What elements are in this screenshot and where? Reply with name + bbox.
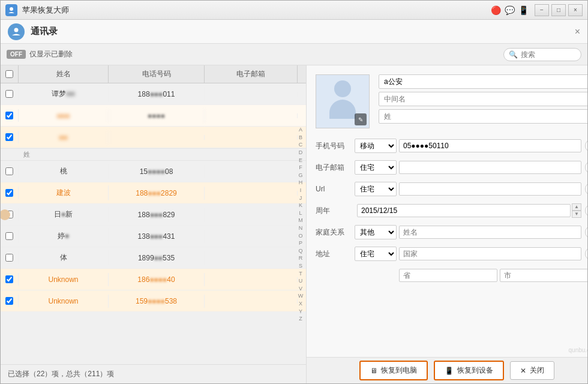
alpha-I[interactable]: I [300,187,302,194]
province-input[interactable] [399,269,497,282]
select-all-checkbox[interactable] [5,70,13,78]
alpha-W[interactable]: W [298,292,304,300]
main-content: 姓名 电话号码 电子邮箱 谭梦●● 188●●●011 ●●● ●●●● [1,65,587,383]
contact-phone: 188●●●2829 [109,187,205,200]
alpha-K[interactable]: K [299,202,302,209]
alpha-B[interactable]: B [299,134,302,142]
detail-scroll: ✎ 手机号码 移动 住宅 工作 [307,65,587,357]
add-address-button[interactable]: + [585,247,587,260]
row-checkbox[interactable] [5,167,13,175]
alpha-O[interactable]: O [298,232,302,240]
add-email-button[interactable]: + [585,161,587,174]
table-row[interactable]: 谭梦●● 188●●●011 [1,83,306,105]
alpha-X[interactable]: X [299,300,302,308]
contact-name: ●●● [19,109,109,122]
titlebar: 苹果恢复大师 🔴 💬 📱 − □ × [1,1,587,20]
table-row[interactable]: ●●● ●●●● [1,105,306,127]
close-window-button[interactable]: × [568,4,583,16]
address-field-row: 地址 住宅 工作 + [316,245,587,262]
phone-type-select[interactable]: 移动 住宅 工作 [355,139,397,153]
alpha-C[interactable]: C [299,141,303,149]
city-input[interactable] [500,269,587,282]
close-button[interactable]: ✕ 关闭 [510,361,554,380]
add-family-button[interactable]: + [585,226,587,239]
alpha-P[interactable]: P [299,239,302,247]
row-checkbox[interactable] [5,112,13,119]
first-name-input[interactable] [379,74,587,89]
alpha-E[interactable]: E [299,157,302,164]
alpha-Y[interactable]: Y [299,308,302,316]
family-name-input[interactable] [399,226,581,239]
search-input[interactable] [521,50,575,59]
qq-icon[interactable]: 📱 [518,5,529,15]
toggle-off-label[interactable]: OFF [7,50,26,59]
contact-email [205,277,298,282]
restore-device-button[interactable]: 📱 恢复到设备 [434,361,504,380]
add-anniversary-button[interactable]: + [585,204,587,217]
contact-email [205,256,298,260]
email-label: 电子邮箱 [316,163,355,173]
table-row[interactable]: 建波 188●●●2829 [1,182,306,204]
anniversary-input[interactable] [357,204,571,217]
table-row[interactable]: 桃 15●●●●08 [1,161,306,182]
maximize-button[interactable]: □ [551,4,566,16]
avatar: ✎ [316,74,370,128]
row-checkbox[interactable] [5,90,13,98]
add-phone-button[interactable]: + [585,139,587,152]
alpha-D[interactable]: D [299,149,303,157]
row-checkbox[interactable] [5,275,13,283]
table-row[interactable]: 日●新 188●●●829 [1,204,306,226]
email-type-select[interactable]: 住宅 工作 [355,160,397,175]
subheader-close-button[interactable]: × [575,26,580,37]
minimize-button[interactable]: − [535,4,549,16]
address-type-select[interactable]: 住宅 工作 [355,247,397,261]
wechat-icon[interactable]: 💬 [505,5,515,15]
alpha-U[interactable]: U [299,277,303,285]
alpha-H[interactable]: H [299,179,303,187]
date-spinner: ▲ ▼ [572,203,581,218]
address-country-input[interactable] [399,247,581,260]
table-row[interactable]: 婷● 138●●●431 [1,226,306,247]
url-type-select[interactable]: 住宅 工作 [355,182,397,196]
alpha-R[interactable]: R [299,254,303,262]
row-checkbox[interactable] [5,133,13,141]
row-checkbox[interactable] [5,189,13,197]
alpha-T[interactable]: T [299,270,302,278]
close-icon: ✕ [520,367,526,375]
th-phone: 电话号码 [109,65,205,83]
alpha-V[interactable]: V [299,285,302,293]
email-input[interactable] [399,161,581,174]
table-row[interactable]: Unknown 186●●●●40 [1,269,306,290]
weibo-icon[interactable]: 🔴 [491,5,501,15]
alpha-J[interactable]: J [299,194,302,202]
alpha-M[interactable]: M [298,217,303,224]
alpha-F[interactable]: F [299,164,302,172]
alpha-L[interactable]: L [299,209,302,217]
alpha-G[interactable]: G [298,172,302,179]
restore-pc-icon: 🖥 [370,367,377,375]
phone-label: 手机号码 [316,141,355,151]
email-field-row: 电子邮箱 住宅 工作 + [316,159,587,176]
family-type-select[interactable]: 其他 配偶 孩子 [355,225,397,239]
row-checkbox[interactable] [5,297,13,305]
table-row[interactable]: 体 1899●●535 [1,247,306,269]
date-decrement-button[interactable]: ▼ [572,211,581,218]
middle-name-input[interactable] [379,92,587,106]
contact-name: 谭梦●● [19,86,109,101]
alpha-N[interactable]: N [299,224,303,232]
alpha-Z[interactable]: Z [299,315,302,323]
alpha-A[interactable]: A [299,126,302,134]
date-increment-button[interactable]: ▲ [572,203,581,211]
row-checkbox[interactable] [5,254,13,262]
alpha-Q[interactable]: Q [298,247,302,255]
phone-input[interactable] [399,139,581,152]
table-row[interactable]: ●● [1,127,306,148]
alpha-S[interactable]: S [299,262,302,270]
row-checkbox[interactable] [5,232,13,240]
url-input[interactable] [399,182,581,196]
add-url-button[interactable]: + [585,182,587,196]
restore-pc-button[interactable]: 🖥 恢复到电脑 [359,361,428,380]
avatar-edit-button[interactable]: ✎ [355,113,367,125]
table-row[interactable]: Unknown 159●●●●538 [1,290,306,312]
last-name-input[interactable] [379,109,587,124]
